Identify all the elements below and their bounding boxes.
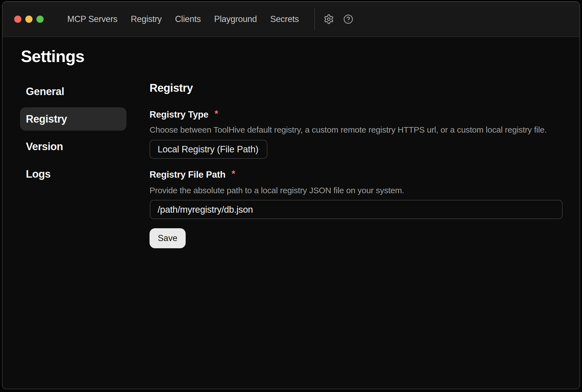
close-button[interactable] — [14, 16, 21, 23]
required-marker: * — [215, 108, 218, 119]
main-nav: MCP Servers Registry Clients Playground … — [67, 14, 299, 24]
sidebar-item-version[interactable]: Version — [20, 135, 126, 158]
registry-type-label-text: Registry Type — [150, 109, 208, 120]
registry-file-path-description: Provide the absolute path to a local reg… — [150, 185, 404, 196]
zoom-button[interactable] — [36, 16, 44, 23]
app-window: MCP Servers Registry Clients Playground … — [2, 1, 580, 389]
nav-item-playground[interactable]: Playground — [214, 14, 257, 24]
sidebar-item-registry[interactable]: Registry — [20, 107, 126, 131]
title-bar: MCP Servers Registry Clients Playground … — [3, 2, 579, 37]
registry-type-label: Registry Type * — [150, 109, 218, 120]
settings-sidebar: General Registry Version Logs — [20, 80, 126, 186]
nav-item-clients[interactable]: Clients — [175, 14, 201, 24]
help-icon — [343, 14, 353, 24]
settings-page: Settings General Registry Version Logs R… — [3, 37, 579, 389]
registry-type-select[interactable]: Local Registry (File Path) — [150, 140, 267, 159]
nav-item-registry[interactable]: Registry — [131, 14, 161, 24]
section-heading: Registry — [150, 81, 193, 95]
save-button[interactable]: Save — [150, 228, 186, 248]
titlebar-actions — [299, 8, 353, 30]
registry-file-path-input[interactable] — [150, 200, 563, 219]
sidebar-item-general[interactable]: General — [20, 80, 126, 103]
help-button[interactable] — [343, 14, 353, 24]
registry-type-description: Choose between ToolHive default registry… — [150, 124, 547, 135]
registry-type-selected-value: Local Registry (File Path) — [158, 144, 258, 155]
settings-button[interactable] — [324, 14, 334, 24]
sidebar-item-logs[interactable]: Logs — [20, 162, 126, 186]
window-controls — [14, 16, 44, 23]
chevron-down-icon — [258, 145, 260, 153]
nav-item-mcp-servers[interactable]: MCP Servers — [67, 14, 117, 24]
gear-icon — [324, 14, 334, 24]
required-marker: * — [232, 168, 235, 179]
titlebar-divider — [314, 8, 315, 30]
registry-file-path-label: Registry File Path * — [150, 169, 235, 180]
nav-item-secrets[interactable]: Secrets — [270, 14, 299, 24]
registry-file-path-label-text: Registry File Path — [150, 169, 225, 180]
minimize-button[interactable] — [25, 16, 33, 23]
page-title: Settings — [21, 46, 84, 66]
